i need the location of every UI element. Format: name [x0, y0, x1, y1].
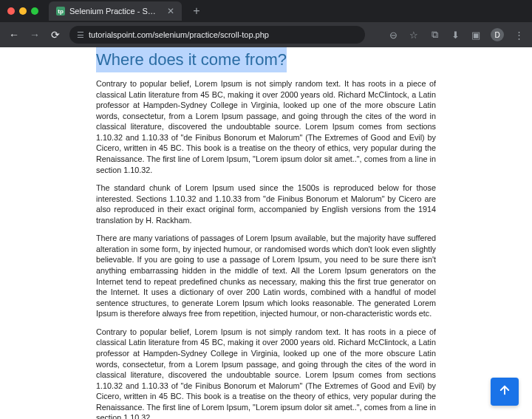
- tab-favicon: tp: [56, 7, 65, 16]
- article-paragraph: Contrary to popular belief, Lorem Ipsum …: [96, 327, 436, 419]
- browser-chrome: tp Selenium Practice - Scroll To: ✕ + ← …: [0, 0, 532, 47]
- bookmark-icon[interactable]: ☆: [408, 30, 420, 41]
- close-window-button[interactable]: [7, 7, 15, 15]
- window-controls: [7, 7, 38, 15]
- menu-icon[interactable]: ⋮: [513, 30, 525, 41]
- address-bar[interactable]: ☰ tutorialspoint.com/selenium/practice/s…: [69, 26, 365, 44]
- profile-avatar[interactable]: D: [491, 28, 504, 41]
- browser-toolbar: ← → ⟳ ☰ tutorialspoint.com/selenium/prac…: [0, 22, 532, 47]
- reload-button[interactable]: ⟳: [49, 29, 62, 41]
- zoom-icon[interactable]: ⊖: [387, 30, 399, 41]
- minimize-window-button[interactable]: [19, 7, 27, 15]
- panel-icon[interactable]: ▣: [470, 30, 482, 41]
- extensions-icon[interactable]: ⧉: [429, 29, 440, 41]
- new-tab-button[interactable]: +: [189, 4, 204, 18]
- article-paragraph: Contrary to popular belief, Lorem Ipsum …: [96, 78, 436, 175]
- forward-button[interactable]: →: [28, 29, 41, 41]
- page-viewport[interactable]: Where does it come from? Contrary to pop…: [0, 47, 532, 419]
- browser-tab[interactable]: tp Selenium Practice - Scroll To: ✕: [49, 1, 182, 21]
- scroll-to-top-button[interactable]: [491, 378, 519, 406]
- article-content: Where does it come from? Contrary to pop…: [96, 47, 436, 419]
- toolbar-right: ⊖ ☆ ⧉ ⬇ ▣ D ⋮: [387, 28, 525, 41]
- maximize-window-button[interactable]: [31, 7, 38, 15]
- url-text: tutorialspoint.com/selenium/practice/scr…: [89, 30, 269, 39]
- tab-title: Selenium Practice - Scroll To:: [69, 7, 160, 16]
- tab-bar: tp Selenium Practice - Scroll To: ✕ +: [0, 0, 532, 22]
- article-heading: Where does it come from?: [96, 47, 287, 72]
- back-button[interactable]: ←: [7, 29, 21, 41]
- download-icon[interactable]: ⬇: [449, 30, 461, 41]
- tab-close-icon[interactable]: ✕: [167, 6, 174, 16]
- arrow-up-icon: [498, 384, 511, 400]
- article-paragraph: There are many variations of passages of…: [96, 233, 436, 319]
- article-paragraph: The standard chunk of Lorem Ipsum used s…: [96, 183, 436, 225]
- site-info-icon[interactable]: ☰: [77, 30, 84, 40]
